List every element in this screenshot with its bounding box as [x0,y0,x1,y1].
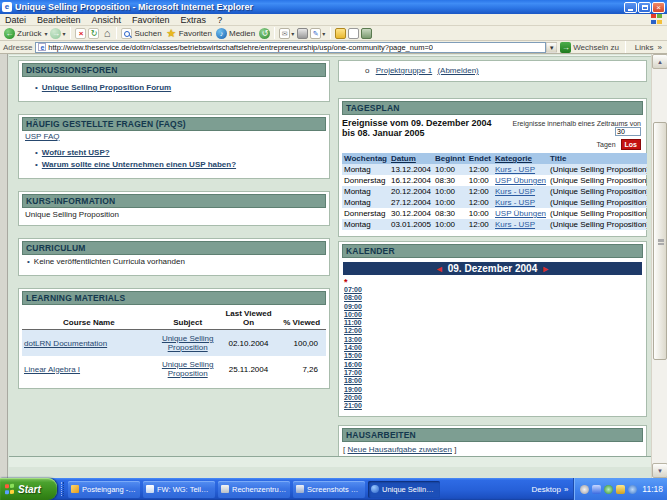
favorites-label[interactable]: Favoriten [179,29,212,38]
back-icon[interactable]: ← [4,28,15,39]
time-slot-link[interactable]: 09:00 [344,303,643,311]
sort-datum-link[interactable]: Datum [391,154,416,163]
event-day: Montag [342,197,389,208]
toolbar-chevron-icon[interactable]: » [564,485,568,494]
media-icon[interactable]: ♪ [216,28,227,39]
go-button[interactable]: → Wechseln zu [560,42,619,53]
course-link[interactable]: dotLRN Documentation [24,339,107,348]
edit-dropdown-icon[interactable]: ▾ [322,30,325,37]
address-input[interactable]: e http://www.theservice.de/dotlrn/classe… [35,42,546,53]
menu-bearbeiten[interactable]: Bearbeiten [37,15,81,25]
mail-icon[interactable]: ✉ [279,28,290,39]
vertical-scrollbar[interactable]: ▲ ▼ [651,54,667,478]
time-slot-link[interactable]: 20:00 [344,394,643,402]
print-icon[interactable] [297,28,308,39]
time-slot-link[interactable]: 11:00 [344,319,643,327]
ie-window: e Unique Selling Proposition - Microsoft… [0,0,667,500]
taskbar-grip[interactable] [61,482,64,496]
edit-icon[interactable]: ✎ [310,28,321,39]
event-category-link[interactable]: USP Übungen [495,176,546,185]
menu-hilfe[interactable]: ? [217,15,222,25]
time-slot-link[interactable]: 12:00 [344,327,643,335]
scroll-up-icon[interactable]: ▲ [652,54,667,69]
fullscreen-icon[interactable] [348,28,359,39]
taskbar-button-outlook[interactable]: Posteingang - Micros... [68,481,140,498]
taskbar-button-document[interactable]: Rechenzentrum Uni K... [218,481,290,498]
mail-dropdown-icon[interactable]: ▾ [291,30,294,37]
event-category-link[interactable]: Kurs - USP [495,198,535,207]
time-slot-link[interactable]: 08:00 [344,294,643,302]
tray-icon-messenger[interactable] [628,485,637,494]
los-button[interactable]: Los [621,139,641,150]
usp-faq-link[interactable]: USP FAQ [25,132,60,141]
refresh-icon[interactable]: ↻ [88,28,99,39]
subject-link[interactable]: Unique Selling Proposition [162,334,214,352]
taskbar-button-mail[interactable]: FW: WG: Teilnahme v... [143,481,215,498]
discuss-icon[interactable] [361,28,372,39]
close-button[interactable]: × [652,2,665,13]
menu-favoriten[interactable]: Favoriten [132,15,170,25]
start-button[interactable]: Start [0,478,57,500]
time-slot-link[interactable]: 18:00 [344,377,643,385]
minimize-button[interactable] [624,2,637,13]
home-icon[interactable]: ⌂ [101,28,112,39]
menu-extras[interactable]: Extras [181,15,207,25]
faq-question-link[interactable]: Warum sollte eine Unternehmen einen USP … [42,160,236,169]
desktop-toolbar-label[interactable]: Desktop [532,485,561,494]
time-slot-link[interactable]: 16:00 [344,361,643,369]
menu-ansicht[interactable]: Ansicht [92,15,122,25]
abmelden-link[interactable]: (Abmelden) [437,66,478,75]
event-category-link[interactable]: Kurs - USP [495,187,535,196]
favorites-icon[interactable]: ★ [166,28,177,39]
tray-icon-antivirus[interactable] [616,485,625,494]
address-dropdown-icon[interactable]: ▼ [546,42,557,53]
time-slot-link[interactable]: 07:00 [344,286,643,294]
time-slot-link[interactable]: 13:00 [344,336,643,344]
tray-icon-network[interactable] [604,485,613,494]
projektgruppe-link[interactable]: Projektgruppe 1 [376,66,432,75]
calendar-prev-icon[interactable]: ◄ [431,264,448,274]
time-slot-link[interactable]: 14:00 [344,344,643,352]
tray-icon-volume[interactable] [592,485,601,494]
days-input[interactable] [615,127,641,136]
search-label[interactable]: Suchen [134,29,161,38]
links-label[interactable]: Links [635,43,654,52]
messenger-icon[interactable] [335,28,346,39]
menu-datei[interactable]: Datei [5,15,26,25]
scrollbar-thumb[interactable] [653,122,667,360]
sort-kategorie-link[interactable]: Kategorie [495,154,532,163]
taskbar-button-ie-active[interactable]: Unique Selling Propos... [368,481,440,498]
time-slot-link[interactable]: 17:00 [344,369,643,377]
faq-question-link[interactable]: Wofür steht USP? [42,148,110,157]
subject-link[interactable]: Unique Selling Proposition [162,360,214,378]
event-category-link[interactable]: Kurs - USP [495,165,535,174]
tray-icon-clock[interactable] [580,485,589,494]
search-icon[interactable] [121,28,132,39]
media-label[interactable]: Medien [229,29,255,38]
maximize-button[interactable] [638,2,651,13]
forward-icon[interactable]: → [50,28,61,39]
back-dropdown-icon[interactable]: ▾ [44,30,47,37]
new-assignment-link[interactable]: Neue Hausaufgabe zuweisen [347,445,452,454]
last-viewed-cell: 02.10.2004 [220,330,278,357]
calendar-next-icon[interactable]: ► [537,264,554,274]
scroll-down-icon[interactable]: ▼ [652,463,667,478]
forum-link[interactable]: Unique Selling Proposition Forum [42,83,171,92]
time-slot-link[interactable]: 19:00 [344,386,643,394]
event-category-link[interactable]: USP Übungen [495,209,546,218]
forward-dropdown-icon[interactable]: ▾ [62,30,65,37]
address-url[interactable]: http://www.theservice.de/dotlrn/classes/… [48,43,433,52]
time-slot-link[interactable]: 10:00 [344,311,643,319]
taskbar-clock[interactable]: 11:18 [642,484,663,494]
time-slot-link[interactable]: 21:00 [344,402,643,410]
taskbar-button-label: Posteingang - Micros... [82,485,137,494]
event-category-link[interactable]: Kurs - USP [495,220,535,229]
taskbar-button-screenshots[interactable]: Screenshots dotLRN... [293,481,365,498]
history-icon[interactable]: ↺ [259,28,270,39]
back-label[interactable]: Zurück [17,29,41,38]
time-slot-link[interactable]: 15:00 [344,352,643,360]
stop-icon[interactable]: × [75,28,86,39]
links-chevron-icon[interactable]: » [658,43,662,52]
event-end: 12:00 [467,186,493,197]
course-link[interactable]: Linear Algebra I [24,365,80,374]
